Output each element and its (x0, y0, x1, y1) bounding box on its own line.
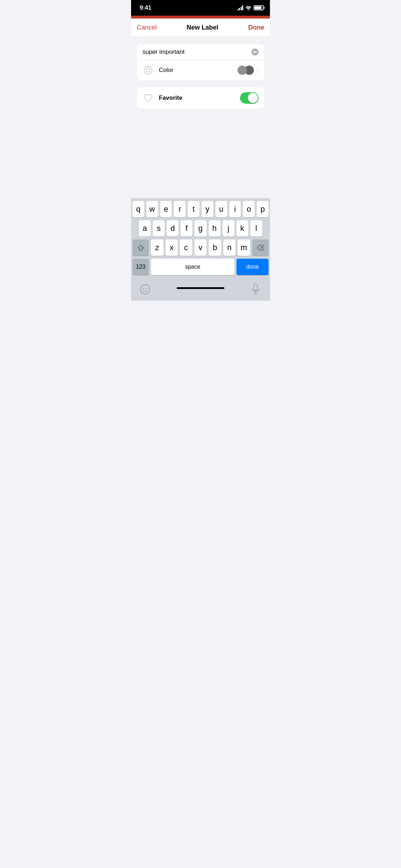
red-accent-bar (131, 16, 270, 19)
palette-icon (142, 64, 154, 76)
key-l[interactable]: l (250, 220, 262, 237)
svg-point-11 (143, 288, 144, 289)
done-button[interactable]: Done (248, 24, 264, 31)
key-h[interactable]: h (209, 220, 220, 237)
key-m[interactable]: m (238, 239, 250, 256)
favorite-card: Favorite (137, 87, 264, 109)
key-f[interactable]: f (181, 220, 192, 237)
key-r[interactable]: r (174, 201, 186, 217)
key-i[interactable]: i (229, 201, 241, 217)
home-indicator (177, 287, 224, 289)
key-o[interactable]: o (243, 201, 255, 217)
space-key[interactable]: space (151, 259, 234, 275)
color-swatch-left (238, 66, 247, 75)
key-d[interactable]: d (167, 220, 178, 237)
key-u[interactable]: u (215, 201, 227, 217)
key-n[interactable]: n (223, 239, 236, 256)
label-input[interactable] (142, 48, 251, 56)
clear-input-button[interactable]: ✕ (251, 48, 259, 56)
cancel-button[interactable]: Cancel (137, 24, 157, 31)
label-color-card: ✕ Color › (137, 44, 264, 80)
clear-x-icon: ✕ (253, 50, 257, 54)
svg-point-3 (148, 68, 149, 69)
key-z[interactable]: z (151, 239, 163, 256)
svg-rect-13 (254, 284, 257, 290)
content-area: ✕ Color › (131, 37, 270, 123)
key-j[interactable]: j (223, 220, 234, 237)
dictation-button[interactable] (249, 282, 263, 296)
signal-bars-icon (238, 5, 244, 10)
shift-key[interactable] (132, 239, 149, 256)
color-row[interactable]: Color › (137, 60, 264, 80)
key-row-3: z x c v b n m (132, 239, 269, 256)
key-x[interactable]: x (166, 239, 178, 256)
svg-point-4 (149, 69, 151, 71)
heart-icon (142, 92, 154, 104)
key-w[interactable]: w (146, 201, 158, 217)
status-icons (238, 5, 264, 10)
key-a[interactable]: a (139, 220, 151, 237)
keyboard-bottom-row (131, 279, 270, 301)
status-time: 9:41 (140, 4, 151, 11)
color-swatches (238, 66, 254, 75)
keyboard: q w e r t y u i o p a s d f g h j k l (131, 198, 270, 301)
keyboard-done-key[interactable]: done (236, 259, 269, 275)
chevron-right-icon: › (257, 67, 259, 73)
svg-point-0 (248, 9, 249, 10)
key-row-2: a s d f g h j k l (132, 220, 269, 237)
favorite-toggle[interactable] (240, 92, 259, 104)
key-row-1: q w e r t y u i o p (132, 201, 269, 217)
color-label: Color (159, 67, 238, 74)
status-bar: 9:41 (131, 0, 270, 16)
key-b[interactable]: b (209, 239, 221, 256)
delete-key[interactable] (252, 239, 269, 256)
key-p[interactable]: p (257, 201, 269, 217)
keyboard-rows: q w e r t y u i o p a s d f g h j k l (131, 198, 270, 279)
key-v[interactable]: v (194, 239, 207, 256)
key-k[interactable]: k (236, 220, 248, 237)
svg-point-2 (146, 68, 147, 70)
page-title: New Label (187, 24, 218, 31)
key-q[interactable]: q (132, 201, 144, 217)
numeric-key[interactable]: 123 (132, 259, 149, 275)
label-input-row: ✕ (137, 44, 264, 60)
favorite-label: Favorite (159, 94, 240, 102)
key-row-4: 123 space done (132, 259, 269, 275)
svg-point-6 (146, 71, 148, 72)
key-g[interactable]: g (194, 220, 206, 237)
emoji-button[interactable] (138, 282, 152, 296)
nav-bar: Cancel New Label Done (131, 19, 270, 37)
key-y[interactable]: y (202, 201, 213, 217)
svg-point-7 (147, 69, 149, 71)
key-c[interactable]: c (180, 239, 192, 256)
svg-point-12 (146, 288, 147, 289)
key-e[interactable]: e (160, 201, 172, 217)
svg-point-5 (149, 71, 150, 72)
key-s[interactable]: s (153, 220, 165, 237)
toggle-thumb (248, 93, 258, 103)
battery-icon (254, 5, 264, 10)
wifi-icon (245, 6, 251, 10)
favorite-row[interactable]: Favorite (137, 87, 264, 109)
key-t[interactable]: t (188, 201, 199, 217)
svg-point-10 (141, 285, 150, 294)
